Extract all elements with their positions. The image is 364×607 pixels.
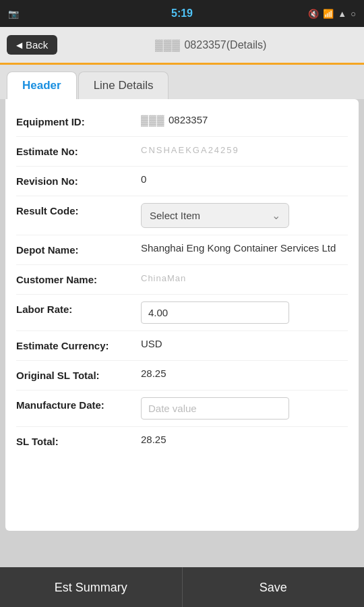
field-estimate-no: Estimate No: CNSHAEKGA24259 <box>16 137 348 167</box>
value-result-code: Select Item ⌄ <box>141 203 348 228</box>
field-estimate-currency: Estimate Currency: USD <box>16 331 348 361</box>
header-title: ▓▓▓ 0823357(Details) <box>64 39 357 51</box>
app-header: Back ▓▓▓ 0823357(Details) <box>0 27 364 65</box>
tab-line-details[interactable]: Line Details <box>78 71 169 99</box>
value-depot-name: Shanghai Eng Kong Container Services Ltd <box>141 242 348 254</box>
label-revision-no: Revision No: <box>16 173 141 187</box>
wifi-icon: 📶 <box>323 9 334 19</box>
back-label: Back <box>26 39 48 51</box>
est-summary-label: Est Summary <box>55 581 127 594</box>
status-bar: 📷 5:19 🔇 📶 ▲ ○ <box>0 0 364 27</box>
value-equipment-id: ▓▓▓ 0823357 <box>141 114 348 125</box>
value-original-sl-total: 28.25 <box>141 368 348 379</box>
back-button[interactable]: Back <box>7 35 57 55</box>
status-bar-left: 📷 <box>8 9 19 19</box>
label-original-sl-total: Original SL Total: <box>16 368 141 381</box>
status-icons: 🔇 📶 ▲ ○ <box>308 9 356 19</box>
battery-icon: ○ <box>351 9 356 19</box>
field-equipment-id: Equipment ID: ▓▓▓ 0823357 <box>16 107 348 137</box>
label-customer-name: Customer Name: <box>16 272 141 285</box>
field-labor-rate: Labor Rate: <box>16 295 348 331</box>
form-card: Equipment ID: ▓▓▓ 0823357 Estimate No: C… <box>5 99 359 531</box>
equipment-id-blur: ▓▓▓ <box>141 114 169 125</box>
value-manufacture-date <box>141 397 348 420</box>
result-code-dropdown[interactable]: Select Item ⌄ <box>141 203 289 228</box>
field-sl-total: SL Total: 28.25 <box>16 427 348 457</box>
field-original-sl-total: Original SL Total: 28.25 <box>16 361 348 391</box>
label-estimate-no: Estimate No: <box>16 144 141 157</box>
field-revision-no: Revision No: 0 <box>16 167 348 196</box>
manufacture-date-input[interactable] <box>141 397 289 420</box>
chevron-down-icon: ⌄ <box>272 209 280 222</box>
value-sl-total: 28.25 <box>141 434 348 445</box>
save-button[interactable]: Save <box>183 567 365 607</box>
label-sl-total: SL Total: <box>16 434 141 447</box>
label-depot-name: Depot Name: <box>16 242 141 256</box>
label-labor-rate: Labor Rate: <box>16 301 141 315</box>
dropdown-label: Select Item <box>150 210 200 221</box>
value-customer-name: ChinaMan <box>141 272 348 283</box>
label-result-code: Result Code: <box>16 203 141 216</box>
label-manufacture-date: Manufacture Date: <box>16 397 141 411</box>
field-depot-name: Depot Name: Shanghai Eng Kong Container … <box>16 235 348 265</box>
status-time: 5:19 <box>171 7 193 20</box>
value-revision-no: 0 <box>141 173 348 185</box>
label-equipment-id: Equipment ID: <box>16 114 141 127</box>
est-summary-button[interactable]: Est Summary <box>0 567 183 607</box>
tab-header[interactable]: Header <box>7 71 77 99</box>
mute-icon: 🔇 <box>308 9 319 19</box>
value-labor-rate <box>141 301 348 324</box>
label-estimate-currency: Estimate Currency: <box>16 338 141 351</box>
value-estimate-currency: USD <box>141 338 348 349</box>
tabs-container: Header Line Details <box>0 65 364 99</box>
field-result-code: Result Code: Select Item ⌄ <box>16 196 348 235</box>
header-title-main: 0823357(Details) <box>184 39 266 51</box>
header-title-prefix: ▓▓▓ <box>155 39 184 51</box>
bottom-bar: Est Summary Save <box>0 567 364 607</box>
field-customer-name: Customer Name: ChinaMan <box>16 265 348 295</box>
field-manufacture-date: Manufacture Date: <box>16 391 348 427</box>
value-estimate-no: CNSHAEKGA24259 <box>141 144 348 155</box>
save-label: Save <box>260 581 287 594</box>
labor-rate-input[interactable] <box>141 301 289 324</box>
signal-icon: ▲ <box>338 9 346 19</box>
main-content: Equipment ID: ▓▓▓ 0823357 Estimate No: C… <box>0 99 364 567</box>
